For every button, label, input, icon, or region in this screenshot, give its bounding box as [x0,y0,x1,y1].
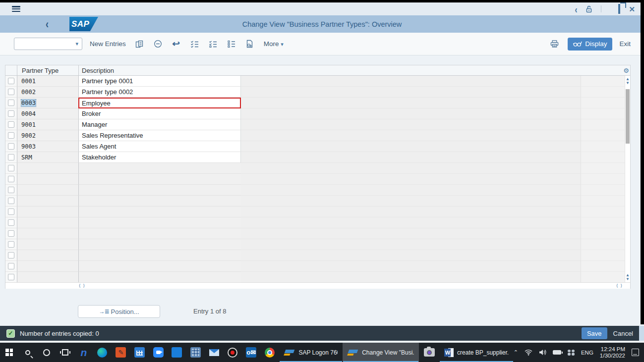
command-combobox[interactable]: ▾ [14,38,82,50]
vertical-scrollbar[interactable]: ▲ ▼ ▲ ▼ [625,76,630,282]
undo-icon[interactable]: ↩ [172,40,180,48]
scroll-down-icon[interactable]: ▼ [626,81,630,85]
position-button[interactable]: →≣ Position... [78,305,160,318]
close-icon[interactable]: ✕ [629,5,635,13]
description-cell[interactable]: Manager [78,119,241,130]
partner-type-cell[interactable] [17,217,78,228]
row-checkbox[interactable] [8,78,14,84]
partner-type-cell[interactable] [17,239,78,250]
partner-type-cell[interactable]: SRM [17,152,78,163]
unlock-icon[interactable] [585,5,592,13]
description-cell[interactable]: Sales Representative [78,130,241,141]
row-checkbox[interactable] [8,110,14,117]
zoom-button[interactable] [149,343,168,362]
edge-button[interactable] [93,343,112,362]
exit-button[interactable]: Exit [619,40,631,48]
store-button[interactable] [168,343,186,362]
row-checkbox[interactable] [8,89,14,95]
scroll-left-icon[interactable]: ⟨ [79,283,81,288]
row-checkbox[interactable] [8,230,14,237]
partner-type-cell[interactable] [17,261,78,272]
battery-icon[interactable] [553,350,561,355]
volume-icon[interactable] [539,349,546,356]
row-checkbox[interactable] [8,219,14,226]
row-checkbox[interactable] [8,208,14,215]
copy-icon[interactable] [135,40,144,48]
display-button[interactable]: Display [568,38,612,51]
search-button[interactable] [19,343,38,362]
new-entries-button[interactable]: New Entries [90,40,126,48]
description-cell[interactable]: Partner type 0001 [78,76,241,87]
partner-type-cell[interactable] [17,174,78,185]
restore-icon[interactable] [618,4,620,14]
description-cell[interactable] [78,250,241,261]
onenote-button[interactable]: n [74,343,93,362]
description-cell[interactable] [78,174,241,185]
partner-type-cell[interactable] [17,196,78,207]
partner-type-cell[interactable] [17,228,78,239]
partner-type-cell[interactable]: 0002 [17,87,78,98]
description-cell[interactable]: Employee [78,98,241,108]
table-settings-gear-icon[interactable]: ⚙ [623,67,629,74]
partner-type-cell[interactable] [17,250,78,261]
screenshot-tool-button[interactable] [419,343,439,362]
description-cell[interactable] [78,185,241,196]
row-checkbox[interactable] [8,132,14,139]
clock[interactable]: 12:24 PM 1/30/2022 [600,346,625,359]
select-all-icon[interactable] [190,40,199,48]
recorder-button[interactable] [223,343,242,362]
description-cell[interactable]: Sales Agent [78,141,241,152]
calendar-button[interactable] [130,343,149,362]
defender-icon[interactable] [568,350,575,356]
description-cell[interactable] [78,217,241,228]
description-cell[interactable]: Stakeholder [78,152,241,163]
more-menu-button[interactable]: More ▾ [264,40,284,48]
row-checkbox[interactable] [8,154,14,160]
partner-type-cell[interactable]: 9003 [17,141,78,152]
row-checkbox[interactable] [8,165,14,171]
taskbar-app-word[interactable]: W create BP_supplier... [439,343,513,362]
partner-type-cell[interactable] [17,207,78,217]
row-checkbox[interactable] [8,198,14,204]
printer-icon[interactable] [550,40,559,48]
description-cell[interactable] [78,228,241,239]
partner-type-cell[interactable]: 9001 [17,119,78,130]
command-input[interactable] [17,39,71,49]
scroll-right-icon[interactable]: ⟩ [83,283,85,288]
partner-type-cell[interactable] [17,163,78,174]
row-checkbox[interactable] [8,121,14,128]
row-checkbox[interactable] [8,241,14,248]
language-indicator[interactable]: ENG [581,350,593,356]
menu-hamburger-icon[interactable] [12,6,20,12]
row-checkbox[interactable] [8,100,14,106]
success-check-icon[interactable]: ✓ [6,329,15,338]
print-list-icon[interactable] [245,40,254,48]
calculator-button[interactable] [186,343,205,362]
browser-back-icon[interactable]: ‹ [575,4,577,14]
partner-type-cell[interactable]: 0003 [17,98,78,108]
description-cell[interactable] [78,261,241,272]
scroll-down-icon[interactable]: ▼ [626,277,630,281]
start-button[interactable] [0,343,19,362]
vertical-scroll-thumb[interactable] [626,89,630,144]
row-checkbox[interactable] [8,187,14,193]
description-cell[interactable] [78,239,241,250]
description-cell[interactable] [78,207,241,217]
delete-icon[interactable] [154,40,162,48]
description-cell[interactable]: Broker [78,108,241,119]
scroll-right-icon[interactable]: ⟩ [620,283,622,288]
cortana-button[interactable] [37,343,56,362]
description-cell[interactable] [78,163,241,174]
task-view-button[interactable] [56,343,75,362]
taskbar-app-sap-logon[interactable]: SAP Logon 760 [279,343,343,362]
partner-type-cell[interactable]: 9002 [17,130,78,141]
description-cell[interactable]: Partner type 0002 [78,87,241,98]
horizontal-scrollbar[interactable]: ⟨ ⟩ ⟨ ⟩ [5,282,630,289]
deselect-all-icon[interactable] [227,40,235,48]
row-checkbox[interactable] [8,176,14,182]
cancel-button[interactable]: Cancel [613,330,633,337]
row-checkbox[interactable] [8,252,14,259]
partner-type-cell[interactable] [17,272,78,283]
wifi-icon[interactable] [525,349,532,356]
row-checkbox[interactable] [8,274,14,280]
